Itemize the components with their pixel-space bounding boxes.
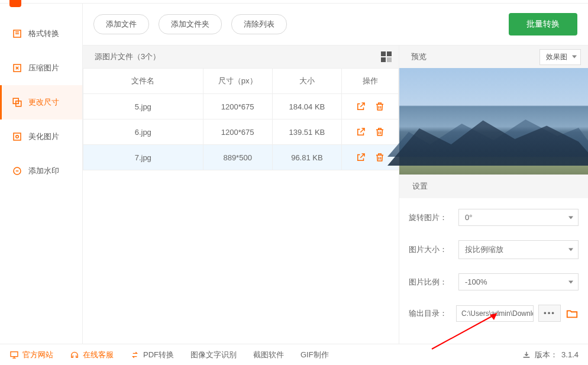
size-label: 图片大小： [409, 244, 451, 255]
sidebar: 格式转换 压缩图片 更改尺寸 美化图片 添加水印 [0, 4, 83, 344]
trash-icon[interactable] [374, 101, 385, 112]
sidebar-item-resize[interactable]: 更改尺寸 [0, 85, 82, 119]
app-logo [9, 0, 21, 7]
trash-icon[interactable] [374, 152, 385, 163]
open-icon[interactable] [356, 127, 366, 137]
table-row[interactable]: 6.jpg 1200*675 139.51 KB [83, 119, 399, 145]
footer-support[interactable]: 在线客服 [70, 350, 114, 360]
clear-list-button[interactable]: 清除列表 [231, 14, 287, 34]
table-row[interactable]: 5.jpg 1200*675 184.04 KB [83, 94, 399, 119]
table-row[interactable]: 7.jpg 889*500 96.81 KB [83, 145, 399, 170]
toolbar: 添加文件 添加文件夹 清除列表 批量转换 [83, 4, 588, 45]
download-icon [522, 350, 531, 360]
size-dropdown[interactable]: 按比例缩放 [458, 240, 579, 259]
open-folder-icon[interactable] [566, 307, 579, 320]
output-path-field[interactable]: C:\Users\admin\Downloads [456, 305, 534, 322]
sidebar-item-watermark[interactable]: 添加水印 [0, 154, 82, 188]
settings-header: 设置 [399, 175, 588, 198]
swap-icon [130, 350, 140, 360]
cell-size: 184.04 KB [272, 94, 341, 119]
file-table: 文件名 尺寸（px） 大小 操作 5.jpg 1200*675 184.04 K… [83, 68, 399, 170]
sidebar-label: 更改尺寸 [28, 97, 59, 108]
cell-size: 96.81 KB [272, 145, 341, 170]
cell-name: 6.jpg [83, 119, 203, 145]
sidebar-label: 格式转换 [28, 28, 59, 39]
sidebar-label: 添加水印 [28, 166, 59, 176]
ratio-dropdown[interactable]: -100% [458, 273, 579, 290]
cell-dim: 889*500 [203, 145, 272, 170]
col-size: 大小 [272, 69, 341, 94]
output-label: 输出目录： [409, 308, 451, 319]
add-folder-button[interactable]: 添加文件夹 [159, 14, 222, 34]
preview-panel: 预览 效果图 设置 旋转图片： 0° [399, 46, 588, 344]
footer-screenshot[interactable]: 截图软件 [253, 350, 284, 360]
cell-name: 5.jpg [83, 94, 203, 119]
trash-icon[interactable] [374, 127, 385, 137]
footer-ocr[interactable]: 图像文字识别 [190, 350, 237, 360]
cell-dim: 1200*675 [203, 94, 272, 119]
footer-gif[interactable]: GIF制作 [301, 350, 329, 360]
col-dim: 尺寸（px） [203, 69, 272, 94]
format-icon [12, 28, 22, 39]
beautify-icon [12, 131, 22, 142]
cell-size: 139.51 KB [272, 119, 341, 145]
footer-version[interactable]: 版本： 3.1.4 [522, 350, 579, 360]
titlebar [0, 0, 588, 4]
view-toggle[interactable] [381, 51, 392, 62]
resize-icon [12, 97, 22, 108]
file-list-panel: 源图片文件（3个） 文件名 尺寸（px） 大小 操作 [83, 46, 399, 344]
svg-point-5 [16, 135, 19, 138]
open-icon[interactable] [356, 101, 366, 112]
ratio-label: 图片比例： [409, 277, 451, 288]
statusbar: 官方网站 在线客服 PDF转换 图像文字识别 截图软件 GIF制作 版本： 3.… [0, 344, 588, 365]
col-name: 文件名 [83, 69, 203, 94]
watermark-icon [12, 166, 22, 176]
sidebar-item-format[interactable]: 格式转换 [0, 17, 82, 51]
svg-rect-11 [11, 351, 18, 356]
settings-title: 设置 [412, 181, 428, 192]
sidebar-item-beautify[interactable]: 美化图片 [0, 119, 82, 154]
sidebar-item-compress[interactable]: 压缩图片 [0, 51, 82, 85]
preview-title: 预览 [411, 51, 427, 62]
browse-button[interactable]: ••• [538, 305, 561, 322]
sidebar-label: 压缩图片 [28, 63, 59, 73]
cell-name: 7.jpg [83, 145, 203, 170]
monitor-icon [9, 350, 19, 360]
cell-dim: 1200*675 [203, 119, 272, 145]
rotate-label: 旋转图片： [409, 212, 451, 223]
batch-convert-button[interactable]: 批量转换 [509, 13, 577, 35]
open-icon[interactable] [356, 152, 366, 163]
svg-rect-4 [14, 133, 21, 140]
headset-icon [70, 350, 79, 360]
file-list-title: 源图片文件（3个） [95, 51, 160, 62]
rotate-dropdown[interactable]: 0° [458, 209, 579, 226]
preview-header: 预览 效果图 [399, 46, 588, 68]
add-file-button[interactable]: 添加文件 [93, 14, 149, 34]
footer-website[interactable]: 官方网站 [9, 350, 53, 360]
sidebar-label: 美化图片 [28, 131, 59, 142]
preview-image [399, 68, 588, 175]
effect-dropdown[interactable]: 效果图 [539, 49, 581, 65]
footer-pdf[interactable]: PDF转换 [130, 350, 174, 360]
compress-icon [12, 63, 22, 73]
file-list-header: 源图片文件（3个） [83, 46, 399, 68]
col-op: 操作 [342, 69, 399, 94]
